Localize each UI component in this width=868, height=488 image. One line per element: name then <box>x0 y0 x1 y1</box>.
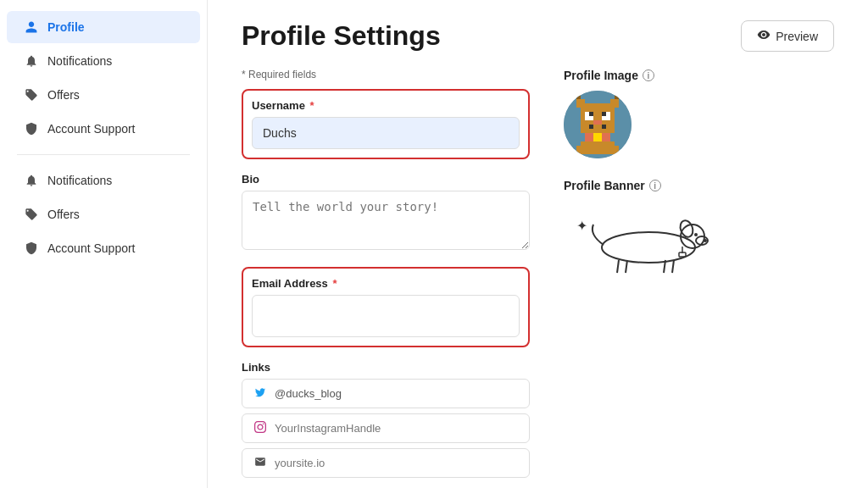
bio-input[interactable] <box>242 191 530 250</box>
sidebar-item-notifications2[interactable]: Notifications <box>7 164 200 197</box>
sidebar-item-account-support2[interactable]: Account Support <box>7 232 200 264</box>
svg-rect-10 <box>593 120 602 125</box>
sidebar-item-account-support-label: Account Support <box>47 122 136 136</box>
svg-rect-16 <box>576 146 589 154</box>
avatar[interactable] <box>564 91 632 158</box>
svg-point-24 <box>704 239 707 242</box>
sidebar-item-offers2[interactable]: Offers <box>7 198 200 230</box>
website-input-wrapper <box>242 448 530 478</box>
email-input[interactable] <box>252 295 520 337</box>
sidebar-item-offers[interactable]: Offers <box>7 79 200 111</box>
profile-image-section: Profile Image i <box>564 69 733 158</box>
sidebar-item-account-support2-label: Account Support <box>47 241 136 255</box>
eye-icon <box>757 28 771 44</box>
username-input[interactable] <box>252 117 520 149</box>
svg-line-26 <box>672 260 674 273</box>
svg-line-27 <box>617 260 619 273</box>
username-label: Username * <box>252 99 520 112</box>
page-title: Profile Settings <box>242 20 441 52</box>
svg-rect-12 <box>602 125 606 129</box>
sidebar-item-profile-label: Profile <box>47 20 85 34</box>
svg-rect-30 <box>679 252 686 257</box>
twitter-icon <box>253 386 268 401</box>
main-content: Profile Settings Preview * Required fiel… <box>208 0 868 488</box>
sidebar-item-notifications[interactable]: Notifications <box>7 45 200 77</box>
preview-button[interactable]: Preview <box>741 20 834 52</box>
content-area: * Required fields Username * Bio Email A… <box>242 69 834 488</box>
sidebar-item-offers-label: Offers <box>47 88 80 102</box>
svg-rect-2 <box>576 99 585 108</box>
instagram-input[interactable] <box>275 422 519 435</box>
sidebar-item-offers2-label: Offers <box>47 208 80 221</box>
shield-icon <box>24 121 39 136</box>
tag-icon <box>24 87 39 103</box>
svg-text:✦: ✦ <box>576 219 587 233</box>
links-field-group: Links <box>242 361 530 478</box>
twitter-input[interactable] <box>275 387 519 400</box>
profile-image-info-icon[interactable]: i <box>643 69 654 81</box>
svg-rect-8 <box>589 112 593 116</box>
svg-line-28 <box>626 260 627 273</box>
website-icon <box>253 456 268 470</box>
profile-banner-label: Profile Banner i <box>564 179 733 192</box>
page-header: Profile Settings Preview <box>242 20 834 52</box>
sidebar: Profile Notifications Offers Account Sup… <box>0 0 208 488</box>
email-label: Email Address * <box>252 277 520 290</box>
profile-banner-info-icon[interactable]: i <box>649 180 661 191</box>
username-field-group: Username * <box>242 89 530 159</box>
bell-icon-2 <box>24 173 39 188</box>
instagram-input-wrapper <box>242 413 530 443</box>
svg-rect-9 <box>602 112 606 116</box>
svg-rect-3 <box>610 99 619 108</box>
sidebar-item-account-support[interactable]: Account Support <box>7 113 200 145</box>
svg-rect-14 <box>593 133 602 141</box>
sidebar-item-profile[interactable]: Profile <box>7 11 200 43</box>
sidebar-divider <box>17 154 190 155</box>
bell-icon <box>24 53 39 69</box>
shield-icon-2 <box>24 241 39 256</box>
profile-banner-image[interactable]: ✦ <box>564 201 716 277</box>
right-panel: Profile Image i <box>564 69 733 488</box>
sidebar-item-notifications2-label: Notifications <box>47 174 112 187</box>
sidebar-item-notifications-label: Notifications <box>47 54 112 68</box>
twitter-input-wrapper <box>242 379 530 408</box>
profile-image-label: Profile Image i <box>564 69 733 82</box>
svg-point-23 <box>694 233 698 236</box>
profile-banner-section: Profile Banner i ✦ <box>564 179 733 277</box>
tag-icon-2 <box>24 207 39 222</box>
svg-rect-5 <box>615 95 619 99</box>
bio-field-group: Bio <box>242 173 530 253</box>
form-section: * Required fields Username * Bio Email A… <box>242 69 530 488</box>
svg-rect-11 <box>589 125 593 129</box>
bio-label: Bio <box>242 173 530 186</box>
instagram-icon <box>253 421 268 435</box>
svg-rect-17 <box>606 146 619 154</box>
preview-label: Preview <box>776 30 818 43</box>
links-label: Links <box>242 361 530 374</box>
email-field-group: Email Address * <box>242 267 530 347</box>
website-input[interactable] <box>275 457 519 469</box>
svg-rect-4 <box>576 95 581 99</box>
required-note: * Required fields <box>242 69 530 80</box>
person-icon <box>24 19 39 35</box>
